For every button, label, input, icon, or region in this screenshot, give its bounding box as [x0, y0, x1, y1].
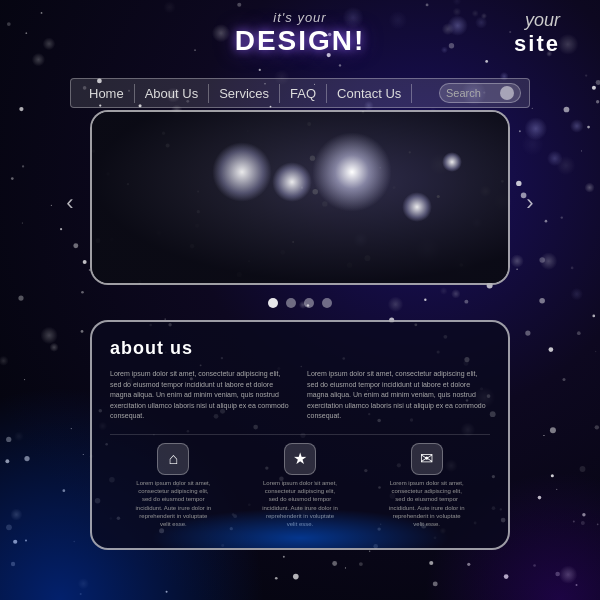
- dot-4[interactable]: [322, 298, 332, 308]
- nav-contact[interactable]: Contact Us: [327, 84, 412, 103]
- arrow-left[interactable]: ‹: [55, 188, 85, 218]
- nav-about[interactable]: About Us: [135, 84, 209, 103]
- dot-1[interactable]: [268, 298, 278, 308]
- header-area: it's your DESIGN!: [0, 10, 600, 57]
- orb-5: [442, 152, 462, 172]
- about-icon-star: ★ Lorem ipsum dolor sit amet, consectetu…: [237, 443, 364, 529]
- star-icon-circle: ★: [284, 443, 316, 475]
- about-icons-row: ⌂ Lorem ipsum dolor sit amet, consectetu…: [110, 434, 490, 529]
- tagline-large: DESIGN!: [0, 25, 600, 57]
- search-input[interactable]: [446, 87, 496, 99]
- about-col2: Lorem ipsum dolor sit amet, consectetur …: [307, 369, 490, 422]
- carousel-dots: [268, 298, 332, 308]
- orb-2: [272, 162, 312, 202]
- right-large: site: [514, 31, 560, 57]
- nav-home[interactable]: Home: [79, 84, 135, 103]
- right-small: your: [514, 10, 560, 31]
- home-icon-text: Lorem ipsum dolor sit amet, consectetur …: [133, 479, 213, 529]
- header-right: your site: [514, 10, 560, 57]
- nav-faq[interactable]: FAQ: [280, 84, 327, 103]
- orb-4: [402, 192, 432, 222]
- mail-icon-circle: ✉: [411, 443, 443, 475]
- star-icon-text: Lorem ipsum dolor sit amet, consectetur …: [260, 479, 340, 529]
- slider-inner: [92, 112, 508, 283]
- orb-1: [212, 142, 272, 202]
- mail-icon-text: Lorem ipsum dolor sit amet, consectetur …: [387, 479, 467, 529]
- main-canvas: it's your DESIGN! your site Home About U…: [0, 0, 600, 600]
- arrow-right[interactable]: ›: [515, 188, 545, 218]
- dot-2[interactable]: [286, 298, 296, 308]
- about-card: about us Lorem ipsum dolor sit amet, con…: [90, 320, 510, 550]
- about-content: Lorem ipsum dolor sit amet, consectetur …: [110, 369, 490, 422]
- orb-3: [312, 132, 392, 212]
- search-box[interactable]: [439, 83, 521, 103]
- tagline-small: it's your: [0, 10, 600, 25]
- about-col1: Lorem ipsum dolor sit amet, consectetur …: [110, 369, 293, 422]
- about-icon-mail: ✉ Lorem ipsum dolor sit amet, consectetu…: [363, 443, 490, 529]
- about-title: about us: [110, 338, 490, 359]
- about-icon-home: ⌂ Lorem ipsum dolor sit amet, consectetu…: [110, 443, 237, 529]
- navbar: Home About Us Services FAQ Contact Us: [70, 78, 530, 108]
- search-button[interactable]: [500, 86, 514, 100]
- dot-3[interactable]: [304, 298, 314, 308]
- slider-card: [90, 110, 510, 285]
- home-icon-circle: ⌂: [157, 443, 189, 475]
- nav-services[interactable]: Services: [209, 84, 280, 103]
